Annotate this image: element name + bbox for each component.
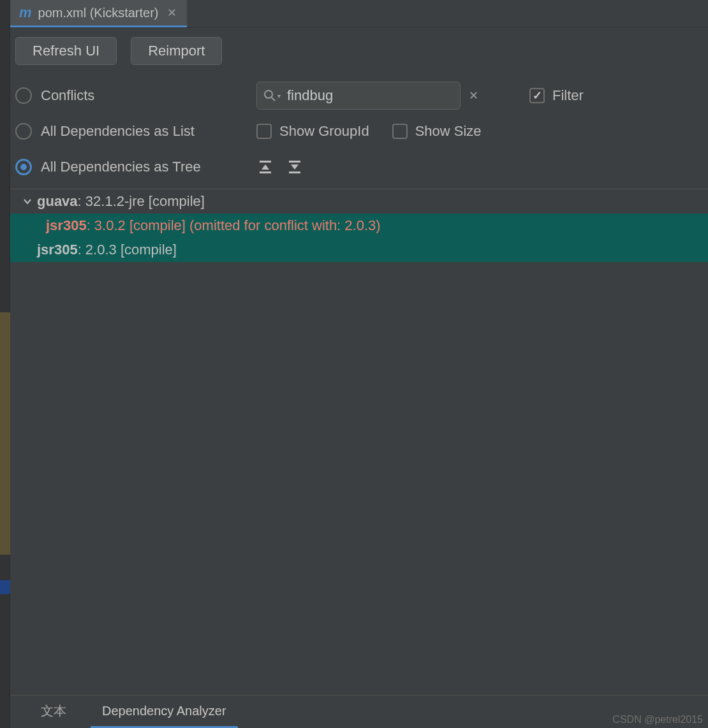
all-tree-radio[interactable] [15, 159, 32, 175]
gutter-mark [0, 580, 10, 594]
tree-row[interactable]: jsr305 : 3.0.2 [compile] (omitted for co… [10, 214, 708, 238]
artifact-name: jsr305 [46, 217, 87, 234]
artifact-name: guava [37, 193, 78, 210]
conflicts-label: Conflicts [41, 87, 94, 104]
svg-line-1 [272, 98, 275, 101]
artifact-detail: : 3.0.2 [compile] (omitted for conflict … [87, 217, 381, 234]
chevron-down-icon[interactable] [23, 197, 37, 206]
all-list-radio[interactable] [15, 123, 32, 140]
search-icon: ▾ [263, 89, 281, 102]
filter-checkbox[interactable] [529, 88, 545, 103]
show-size-label: Show Size [415, 123, 482, 140]
close-icon[interactable]: ✕ [165, 6, 179, 20]
refresh-ui-button[interactable]: Refresh UI [15, 37, 117, 65]
all-list-label: All Dependencies as List [41, 123, 195, 140]
show-size-checkbox[interactable] [392, 124, 408, 139]
svg-point-0 [265, 91, 272, 98]
filter-label: Filter [552, 87, 584, 104]
search-input[interactable] [287, 87, 462, 104]
artifact-detail: : 2.0.3 [compile] [78, 242, 177, 258]
editor-gutter [0, 0, 10, 728]
tab-text[interactable]: 文本 [29, 695, 78, 728]
tab-title: pom.xml (Kickstarter) [38, 6, 159, 20]
all-tree-label: All Dependencies as Tree [41, 159, 201, 175]
show-groupid-checkbox[interactable] [256, 124, 272, 139]
dependency-toolbar: Refresh UI Reimport Conflicts ▾ ✕ Filter [10, 28, 708, 185]
tab-dependency-analyzer[interactable]: Dependency Analyzer [91, 695, 238, 728]
watermark: CSDN @petrel2015 [612, 714, 703, 725]
editor-tabbar: m pom.xml (Kickstarter) ✕ [10, 0, 708, 28]
maven-icon: m [19, 4, 32, 21]
dependency-tree[interactable]: guava : 32.1.2-jre [compile]jsr305 : 3.0… [10, 189, 708, 695]
tree-row[interactable]: guava : 32.1.2-jre [compile] [10, 189, 708, 214]
artifact-name: jsr305 [37, 242, 78, 258]
conflicts-radio[interactable] [15, 87, 32, 104]
gutter-mark [0, 312, 10, 555]
expand-all-icon[interactable] [256, 158, 274, 176]
collapse-all-icon[interactable] [286, 158, 304, 176]
show-groupid-label: Show GroupId [279, 123, 369, 140]
clear-search-icon[interactable]: ✕ [469, 89, 478, 103]
reimport-button[interactable]: Reimport [131, 37, 222, 65]
bottom-tabbar: 文本 Dependency Analyzer [10, 695, 708, 728]
editor-tab[interactable]: m pom.xml (Kickstarter) ✕ [10, 0, 187, 27]
artifact-detail: : 32.1.2-jre [compile] [78, 193, 205, 210]
tree-row[interactable]: jsr305 : 2.0.3 [compile] [10, 238, 708, 262]
search-input-wrapper[interactable]: ▾ ✕ [256, 82, 461, 110]
